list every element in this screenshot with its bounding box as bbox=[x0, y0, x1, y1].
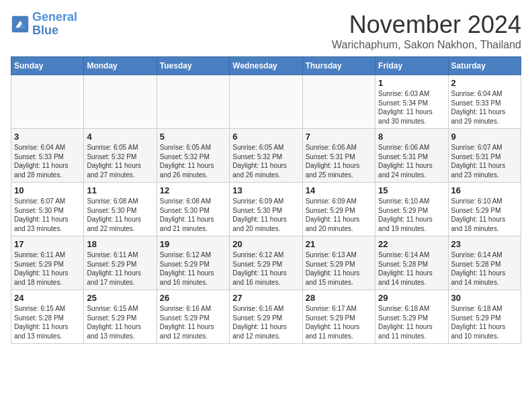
logo-line2: Blue bbox=[32, 24, 58, 37]
calendar-cell: 14Sunrise: 6:09 AM Sunset: 5:29 PM Dayli… bbox=[302, 183, 375, 236]
day-info: Sunrise: 6:04 AM Sunset: 5:33 PM Dayligh… bbox=[451, 89, 518, 126]
day-number: 8 bbox=[378, 132, 445, 142]
calendar-cell: 20Sunrise: 6:12 AM Sunset: 5:29 PM Dayli… bbox=[230, 236, 302, 290]
calendar-cell: 10Sunrise: 6:07 AM Sunset: 5:30 PM Dayli… bbox=[11, 183, 84, 236]
day-info: Sunrise: 6:05 AM Sunset: 5:32 PM Dayligh… bbox=[87, 143, 153, 179]
day-info: Sunrise: 6:10 AM Sunset: 5:29 PM Dayligh… bbox=[451, 197, 518, 233]
day-info: Sunrise: 6:07 AM Sunset: 5:31 PM Dayligh… bbox=[451, 143, 518, 179]
day-number: 11 bbox=[87, 185, 153, 195]
day-info: Sunrise: 6:15 AM Sunset: 5:28 PM Dayligh… bbox=[14, 304, 81, 340]
calendar-week-1: 1Sunrise: 6:03 AM Sunset: 5:34 PM Daylig… bbox=[11, 75, 521, 129]
calendar-cell: 8Sunrise: 6:06 AM Sunset: 5:31 PM Daylig… bbox=[375, 129, 448, 183]
day-number: 1 bbox=[378, 78, 445, 88]
page-title: November 2024 bbox=[332, 11, 521, 39]
day-info: Sunrise: 6:05 AM Sunset: 5:32 PM Dayligh… bbox=[160, 143, 226, 179]
day-info: Sunrise: 6:13 AM Sunset: 5:29 PM Dayligh… bbox=[306, 250, 372, 287]
day-info: Sunrise: 6:08 AM Sunset: 5:30 PM Dayligh… bbox=[160, 197, 226, 233]
day-info: Sunrise: 6:06 AM Sunset: 5:31 PM Dayligh… bbox=[306, 143, 372, 179]
calendar-cell: 6Sunrise: 6:05 AM Sunset: 5:32 PM Daylig… bbox=[230, 129, 302, 183]
calendar-cell: 24Sunrise: 6:15 AM Sunset: 5:28 PM Dayli… bbox=[11, 290, 84, 344]
weekday-header-friday: Friday bbox=[375, 57, 448, 75]
day-number: 4 bbox=[87, 132, 153, 142]
calendar-cell: 16Sunrise: 6:10 AM Sunset: 5:29 PM Dayli… bbox=[448, 183, 521, 236]
calendar-week-2: 3Sunrise: 6:04 AM Sunset: 5:33 PM Daylig… bbox=[11, 129, 521, 183]
day-info: Sunrise: 6:11 AM Sunset: 5:29 PM Dayligh… bbox=[87, 250, 153, 287]
calendar-cell: 28Sunrise: 6:17 AM Sunset: 5:29 PM Dayli… bbox=[302, 290, 375, 344]
calendar-cell bbox=[84, 75, 157, 129]
calendar-cell: 4Sunrise: 6:05 AM Sunset: 5:32 PM Daylig… bbox=[84, 129, 157, 183]
day-info: Sunrise: 6:11 AM Sunset: 5:29 PM Dayligh… bbox=[14, 250, 81, 287]
calendar-cell: 27Sunrise: 6:16 AM Sunset: 5:29 PM Dayli… bbox=[230, 290, 302, 344]
day-number: 9 bbox=[451, 132, 518, 142]
weekday-header-tuesday: Tuesday bbox=[157, 57, 229, 75]
day-number: 20 bbox=[232, 239, 299, 249]
calendar-week-5: 24Sunrise: 6:15 AM Sunset: 5:28 PM Dayli… bbox=[11, 290, 521, 344]
page-header: General Blue November 2024 Warichaphum, … bbox=[11, 11, 521, 51]
day-number: 21 bbox=[306, 239, 372, 249]
day-number: 13 bbox=[232, 185, 299, 195]
logo-icon bbox=[11, 15, 30, 34]
day-number: 18 bbox=[87, 239, 153, 249]
weekday-header-wednesday: Wednesday bbox=[230, 57, 302, 75]
day-number: 24 bbox=[14, 293, 81, 303]
calendar-cell bbox=[11, 75, 84, 129]
calendar-cell: 30Sunrise: 6:18 AM Sunset: 5:29 PM Dayli… bbox=[448, 290, 521, 344]
logo: General Blue bbox=[11, 11, 77, 38]
weekday-header-row: SundayMondayTuesdayWednesdayThursdayFrid… bbox=[11, 57, 521, 75]
day-number: 22 bbox=[378, 239, 445, 249]
day-info: Sunrise: 6:03 AM Sunset: 5:34 PM Dayligh… bbox=[378, 89, 445, 126]
day-info: Sunrise: 6:15 AM Sunset: 5:29 PM Dayligh… bbox=[87, 304, 153, 340]
calendar-cell bbox=[302, 75, 375, 129]
calendar-table: SundayMondayTuesdayWednesdayThursdayFrid… bbox=[11, 56, 521, 344]
calendar-cell: 26Sunrise: 6:16 AM Sunset: 5:29 PM Dayli… bbox=[157, 290, 229, 344]
day-info: Sunrise: 6:05 AM Sunset: 5:32 PM Dayligh… bbox=[232, 143, 299, 179]
day-number: 3 bbox=[14, 132, 81, 142]
calendar-cell: 5Sunrise: 6:05 AM Sunset: 5:32 PM Daylig… bbox=[157, 129, 229, 183]
calendar-cell: 18Sunrise: 6:11 AM Sunset: 5:29 PM Dayli… bbox=[84, 236, 157, 290]
day-number: 30 bbox=[451, 293, 518, 303]
calendar-week-4: 17Sunrise: 6:11 AM Sunset: 5:29 PM Dayli… bbox=[11, 236, 521, 290]
day-number: 26 bbox=[160, 293, 226, 303]
day-info: Sunrise: 6:17 AM Sunset: 5:29 PM Dayligh… bbox=[306, 304, 372, 340]
calendar-cell bbox=[157, 75, 229, 129]
day-info: Sunrise: 6:09 AM Sunset: 5:29 PM Dayligh… bbox=[306, 197, 372, 233]
day-info: Sunrise: 6:14 AM Sunset: 5:28 PM Dayligh… bbox=[378, 250, 445, 287]
calendar-cell bbox=[230, 75, 302, 129]
day-info: Sunrise: 6:07 AM Sunset: 5:30 PM Dayligh… bbox=[14, 197, 81, 233]
calendar-cell: 17Sunrise: 6:11 AM Sunset: 5:29 PM Dayli… bbox=[11, 236, 84, 290]
day-number: 28 bbox=[306, 293, 372, 303]
calendar-week-3: 10Sunrise: 6:07 AM Sunset: 5:30 PM Dayli… bbox=[11, 183, 521, 236]
title-block: November 2024 Warichaphum, Sakon Nakhon,… bbox=[332, 11, 521, 51]
day-number: 27 bbox=[232, 293, 299, 303]
day-number: 19 bbox=[160, 239, 226, 249]
logo-text: General Blue bbox=[32, 11, 77, 38]
day-number: 6 bbox=[232, 132, 299, 142]
calendar-cell: 9Sunrise: 6:07 AM Sunset: 5:31 PM Daylig… bbox=[448, 129, 521, 183]
day-info: Sunrise: 6:06 AM Sunset: 5:31 PM Dayligh… bbox=[378, 143, 445, 179]
day-info: Sunrise: 6:12 AM Sunset: 5:29 PM Dayligh… bbox=[160, 250, 226, 287]
calendar-cell: 11Sunrise: 6:08 AM Sunset: 5:30 PM Dayli… bbox=[84, 183, 157, 236]
day-info: Sunrise: 6:04 AM Sunset: 5:33 PM Dayligh… bbox=[14, 143, 81, 179]
day-number: 2 bbox=[451, 78, 518, 88]
day-info: Sunrise: 6:14 AM Sunset: 5:28 PM Dayligh… bbox=[451, 250, 518, 287]
day-number: 16 bbox=[451, 185, 518, 195]
calendar-cell: 12Sunrise: 6:08 AM Sunset: 5:30 PM Dayli… bbox=[157, 183, 229, 236]
calendar-cell: 7Sunrise: 6:06 AM Sunset: 5:31 PM Daylig… bbox=[302, 129, 375, 183]
day-number: 14 bbox=[306, 185, 372, 195]
day-info: Sunrise: 6:12 AM Sunset: 5:29 PM Dayligh… bbox=[232, 250, 299, 287]
day-number: 7 bbox=[306, 132, 372, 142]
calendar-cell: 29Sunrise: 6:18 AM Sunset: 5:29 PM Dayli… bbox=[375, 290, 448, 344]
day-info: Sunrise: 6:18 AM Sunset: 5:29 PM Dayligh… bbox=[451, 304, 518, 340]
day-number: 5 bbox=[160, 132, 226, 142]
day-number: 23 bbox=[451, 239, 518, 249]
weekday-header-monday: Monday bbox=[84, 57, 157, 75]
day-info: Sunrise: 6:08 AM Sunset: 5:30 PM Dayligh… bbox=[87, 197, 153, 233]
day-info: Sunrise: 6:10 AM Sunset: 5:29 PM Dayligh… bbox=[378, 197, 445, 233]
calendar-cell: 1Sunrise: 6:03 AM Sunset: 5:34 PM Daylig… bbox=[375, 75, 448, 129]
day-number: 29 bbox=[378, 293, 445, 303]
calendar-cell: 21Sunrise: 6:13 AM Sunset: 5:29 PM Dayli… bbox=[302, 236, 375, 290]
day-number: 17 bbox=[14, 239, 81, 249]
calendar-cell: 15Sunrise: 6:10 AM Sunset: 5:29 PM Dayli… bbox=[375, 183, 448, 236]
calendar-cell: 19Sunrise: 6:12 AM Sunset: 5:29 PM Dayli… bbox=[157, 236, 229, 290]
weekday-header-sunday: Sunday bbox=[11, 57, 84, 75]
